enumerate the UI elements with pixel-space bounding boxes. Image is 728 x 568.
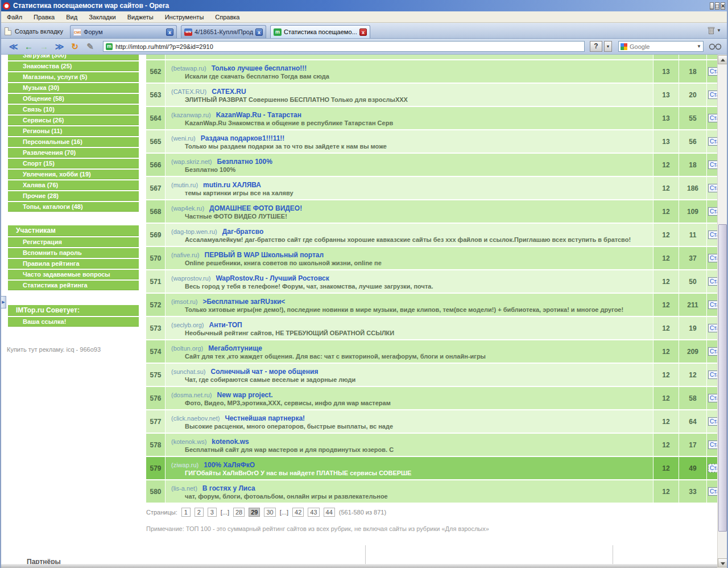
sidebar-item-category[interactable]: Прочие (28) <box>8 191 139 201</box>
scroll-up-button[interactable] <box>718 55 727 64</box>
menu-Инструменты[interactable]: Инструменты <box>159 13 210 22</box>
tab-close-icon[interactable]: x <box>359 28 367 36</box>
tab-2[interactable]: WN4/18651-Купля/Продаж...x <box>181 25 266 38</box>
site-domain[interactable]: (imsot.ru) <box>171 298 197 305</box>
sidebar-item-category[interactable]: Загрузки (300) <box>8 55 139 60</box>
page-link-30[interactable]: 30 <box>264 508 275 517</box>
menu-Справка[interactable]: Справка <box>209 13 245 22</box>
page-link-2[interactable]: 2 <box>195 508 204 517</box>
url-field[interactable]: m http://imtop.ru/html/?p=29&id=2910 <box>103 41 585 52</box>
site-title-link[interactable]: KazanWap.Ru - Татарстан <box>216 111 301 119</box>
site-title-link[interactable]: Безплатно 100% <box>217 158 272 166</box>
sidebar-item-category[interactable]: Развлечения (70) <box>8 148 139 158</box>
page-link-1[interactable]: 1 <box>181 508 191 517</box>
menu-Виджеты[interactable]: Виджеты <box>122 13 159 22</box>
page-link-43[interactable]: 43 <box>308 508 319 517</box>
site-domain[interactable]: (seclyb.org) <box>171 322 204 328</box>
page-link-29[interactable]: 29 <box>249 508 260 517</box>
tab-1[interactable]: CMSФорумx <box>70 25 177 38</box>
page-link-3[interactable]: 3 <box>208 508 217 517</box>
site-title-link[interactable]: Раздача подарков1!!!11!! <box>201 134 285 142</box>
site-title-link[interactable]: WapRostov.Ru - Лучший Ростовск <box>216 274 329 282</box>
site-title-link[interactable]: ПЕРВЫЙ В WAP Школьный портал <box>205 251 324 259</box>
site-domain[interactable]: (boltun.org) <box>171 345 203 352</box>
scroll-down-button[interactable] <box>718 558 727 567</box>
sidebar-item-member[interactable]: Часто задаваемые вопросы <box>8 270 139 279</box>
site-domain[interactable]: (dag-top.wen.ru) <box>171 228 217 235</box>
help-dropdown-button[interactable]: ▼ <box>604 41 612 52</box>
site-domain[interactable]: (CATEX.RU) <box>171 88 206 95</box>
site-domain[interactable]: (wap4ek.ru) <box>171 205 204 212</box>
site-title-link[interactable]: Анти-ТОП <box>209 321 242 329</box>
sidebar-item-category[interactable]: Общение (58) <box>8 94 139 104</box>
site-domain[interactable]: (betawap.ru) <box>171 65 206 72</box>
tab-close-icon[interactable]: x <box>255 28 263 36</box>
site-title-link[interactable]: Только лучшее бесплатно!!! <box>212 64 307 72</box>
page-link-28[interactable]: 28 <box>233 508 245 517</box>
menu-Правка[interactable]: Правка <box>28 13 60 22</box>
site-title-link[interactable]: В гостях у Лиса <box>202 484 255 492</box>
site-domain[interactable]: (click.naebov.net) <box>171 415 220 422</box>
site-domain[interactable]: (mutin.ru) <box>171 182 198 188</box>
reload-button[interactable]: ↻ <box>67 42 82 52</box>
minimize-button[interactable]: _ <box>710 2 714 10</box>
sidebar-item-category[interactable]: Связь (10) <box>8 105 139 114</box>
trash-dropdown-arrow[interactable]: ▼ <box>717 28 721 33</box>
sidebar-item-category[interactable]: Знакомства (25) <box>8 61 139 71</box>
menu-Закладки[interactable]: Закладки <box>83 13 122 22</box>
sidebar-item-category[interactable]: Увлечения, хобби (19) <box>8 170 139 179</box>
menu-Вид[interactable]: Вид <box>60 13 83 22</box>
fast-forward-button[interactable]: ≫ <box>52 42 67 52</box>
site-domain[interactable]: (nafive.ru) <box>171 252 200 258</box>
trash-button[interactable]: ▼ <box>708 26 721 35</box>
scrollbar-thumb[interactable] <box>718 224 727 532</box>
site-domain[interactable]: (lis-a.net) <box>171 485 197 492</box>
site-title-link[interactable]: New wap project. <box>217 391 273 399</box>
sidebar-item-advise[interactable]: Ваша ссылка! <box>8 317 139 327</box>
sidebar-item-category[interactable]: Сервисы (26) <box>8 116 139 125</box>
sidebar-item-category[interactable]: Магазины, услуги (5) <box>8 72 139 82</box>
site-title-link[interactable]: mutin.ru ХАЛЯВА <box>203 181 261 189</box>
tab-close-icon[interactable]: x <box>166 28 173 36</box>
site-title-link[interactable]: ДОМАШНЕЕ ФОТО ВИДЕО! <box>209 204 302 212</box>
site-title-link[interactable]: Честнейшая партнерка! <box>225 414 305 422</box>
sidebar-item-category[interactable]: Персональные (16) <box>8 137 139 147</box>
site-domain[interactable]: (kazanwap.ru) <box>171 112 211 118</box>
site-title-link[interactable]: Даг-братсво <box>222 228 264 236</box>
site-domain[interactable]: (weni.ru) <box>171 135 196 142</box>
site-title-link[interactable]: Солнечный чат - море общения <box>211 368 318 376</box>
tab-3[interactable]: mСтатистика посещаемо...x <box>270 25 370 38</box>
site-title-link[interactable]: CATEX.RU <box>212 88 246 96</box>
site-title-link[interactable]: Мегаболтунище <box>208 344 262 352</box>
restore-button[interactable]: □ <box>715 2 719 10</box>
sidebar-item-category[interactable]: Топы, каталоги (48) <box>8 202 139 212</box>
sidebar-item-member[interactable]: Статистика рейтинга <box>8 281 139 290</box>
sidebar-item-member[interactable]: Вспомнить пароль <box>8 248 139 258</box>
site-domain[interactable]: (kotenok.ws) <box>171 438 206 445</box>
page-link-42[interactable]: 42 <box>292 508 304 517</box>
sidebar-item-category[interactable]: Регионы (11) <box>8 126 139 136</box>
site-title-link[interactable]: 100% ХаЛяФкО <box>204 461 255 469</box>
rewind-button[interactable]: ≪ <box>6 42 21 52</box>
site-domain[interactable]: (ziwap.ru) <box>171 462 198 468</box>
menu-Файл[interactable]: Файл <box>1 13 28 22</box>
page-link-44[interactable]: 44 <box>324 508 335 517</box>
new-tab-button[interactable]: Создать вкладку <box>2 24 70 38</box>
back-button[interactable]: ← <box>21 42 36 52</box>
vertical-scrollbar[interactable] <box>717 55 727 568</box>
edit-button[interactable]: ✎ <box>82 42 98 52</box>
site-domain[interactable]: (wap.skriz.net) <box>171 158 212 165</box>
search-box[interactable]: Google ▼ <box>618 41 704 52</box>
site-title-link[interactable]: kotenok.ws <box>212 438 249 446</box>
sidebar-item-category[interactable]: Спорт (15) <box>8 159 139 168</box>
sidebar-item-category[interactable]: Музыка (30) <box>8 83 139 93</box>
zoom-glasses-icon[interactable] <box>709 43 722 50</box>
help-button[interactable]: ? <box>590 41 602 52</box>
forward-button[interactable]: → <box>36 42 52 52</box>
sidebar-item-member[interactable]: Правила рейтинга <box>8 259 139 269</box>
site-domain[interactable]: (waprostov.ru) <box>171 275 210 282</box>
sidebar-item-member[interactable]: Регистрация <box>8 237 139 247</box>
site-title-link[interactable]: >Бесплатные загRUзки< <box>202 298 285 306</box>
search-dropdown-arrow[interactable]: ▼ <box>697 44 701 49</box>
site-domain[interactable]: (dosma.net.ru) <box>171 392 212 398</box>
